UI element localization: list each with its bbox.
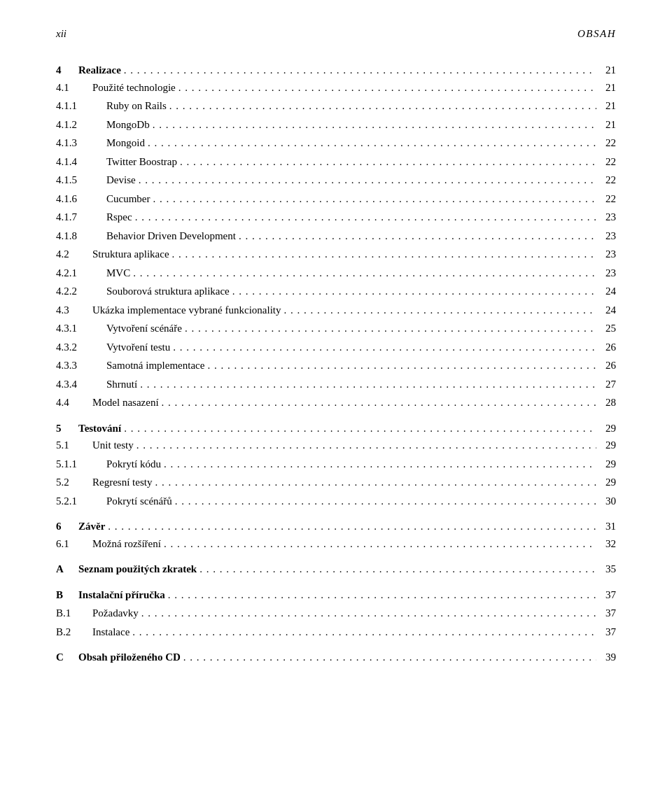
toc-entry-0: 4Realizace21 — [56, 62, 616, 78]
toc-entry-14: 4.3.1Vytvoření scénáře25 — [56, 320, 616, 337]
toc-entry-22: 5.2Regresní testy29 — [56, 474, 616, 491]
toc-entry-30: CObsah přiloženého CD39 — [56, 649, 616, 665]
toc-entry-20: 5.1Unit testy29 — [56, 437, 616, 453]
toc-entry-5: 4.1.4Twitter Boostrap22 — [56, 154, 616, 170]
toc-entry-11: 4.2.1MVC23 — [56, 265, 616, 281]
toc-entry-23: 5.2.1Pokrytí scénářů30 — [56, 493, 616, 509]
toc-entry-21: 5.1.1Pokrytí kódu29 — [56, 456, 616, 472]
toc-entry-13: 4.3Ukázka implementace vybrané funkciona… — [56, 302, 616, 318]
toc-entry-9: 4.1.8Behavior Driven Development23 — [56, 228, 616, 244]
toc-entry-4: 4.1.3Mongoid22 — [56, 135, 616, 151]
toc-entry-28: B.1Požadavky37 — [56, 605, 616, 621]
toc-entry-26: ASeznam použitých zkratek35 — [56, 561, 616, 577]
toc-entry-27: BInstalační příručka37 — [56, 587, 616, 603]
toc-entry-24: 6Závěr31 — [56, 519, 616, 535]
page-title: OBSAH — [578, 28, 616, 40]
toc-entry-6: 4.1.5Devise22 — [56, 172, 616, 188]
toc-entry-17: 4.3.4Shrnutí27 — [56, 376, 616, 393]
toc-entry-8: 4.1.7Rspec23 — [56, 209, 616, 225]
page-header: xii OBSAH — [56, 28, 616, 40]
toc-entry-15: 4.3.2Vytvoření testu26 — [56, 339, 616, 355]
page-number: xii — [56, 28, 66, 40]
toc-entry-16: 4.3.3Samotná implementace26 — [56, 358, 616, 374]
toc-entry-7: 4.1.6Cucumber22 — [56, 191, 616, 207]
toc-entry-19: 5Testování29 — [56, 421, 616, 437]
toc-entry-29: B.2Instalace37 — [56, 624, 616, 640]
toc-entry-18: 4.4Model nasazení28 — [56, 395, 616, 411]
toc-entry-2: 4.1.1Ruby on Rails21 — [56, 98, 616, 114]
toc-entry-25: 6.1Možná rozšíření32 — [56, 536, 616, 552]
toc-entry-10: 4.2Struktura aplikace23 — [56, 246, 616, 262]
toc-entry-3: 4.1.2MongoDb21 — [56, 117, 616, 133]
toc-container: 4Realizace214.1Použité technologie214.1.… — [56, 62, 616, 665]
toc-entry-1: 4.1Použité technologie21 — [56, 80, 616, 96]
toc-entry-12: 4.2.2Souborová struktura aplikace24 — [56, 283, 616, 299]
